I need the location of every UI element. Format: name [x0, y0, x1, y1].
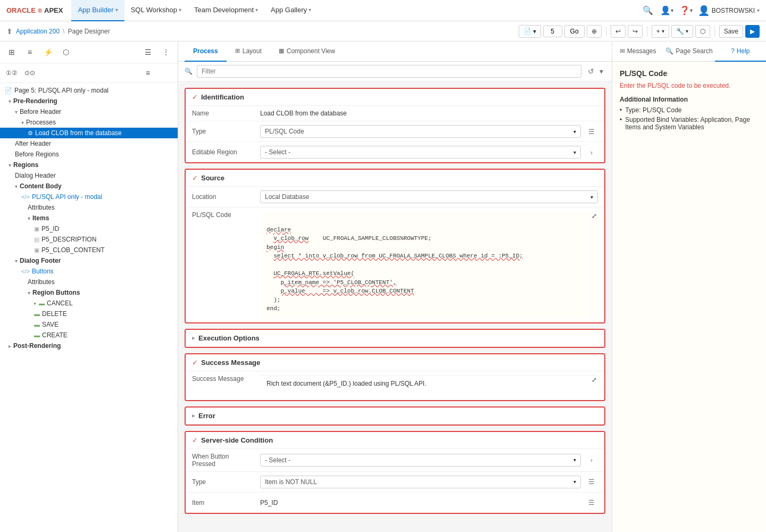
breadcrumb-separator: \ — [63, 28, 64, 35]
tree-before-header[interactable]: ▾ Before Header — [0, 106, 178, 117]
tree-after-header[interactable]: After Header — [0, 138, 178, 149]
tree-regions[interactable]: ▾ Regions — [0, 160, 178, 170]
tree-before-regions[interactable]: Before Regions — [0, 149, 178, 160]
p5-clob-icon: ▣ — [34, 247, 39, 254]
add-button[interactable]: + — [652, 25, 669, 38]
condition-type-select[interactable]: Item is NOT NULL — [260, 476, 581, 488]
tree-dialog-header[interactable]: Dialog Header — [0, 170, 178, 181]
tree-p5-desc[interactable]: ▤ P5_DESCRIPTION — [0, 234, 178, 245]
location-select[interactable]: Local Database — [260, 190, 598, 203]
tree-save-btn[interactable]: ▬ SAVE — [0, 319, 178, 330]
copy-page-button[interactable]: ⊕ — [587, 25, 602, 38]
tree-view-icon[interactable]: ☰ — [140, 45, 155, 60]
region-select[interactable]: - Select - — [260, 146, 581, 159]
success-msg-expand-btn[interactable]: ⤢ — [592, 376, 597, 384]
source-check-icon: ✓ — [192, 174, 198, 182]
tree-plsql-region[interactable]: </> PL/SQL API only - modal — [0, 192, 178, 202]
filter-tree-icon[interactable]: ≡ — [140, 65, 155, 80]
tree-attributes-1[interactable]: Attributes — [0, 202, 178, 213]
tree-region-buttons[interactable]: ▾ Region Buttons — [0, 287, 178, 298]
error-header[interactable]: ▸ Error — [186, 408, 604, 425]
tab-page-search[interactable]: 🔍 Page Search — [663, 41, 714, 62]
code-editor[interactable]: declare v_clob_row UC_FROALA_SAMPLE_CLOB… — [260, 211, 598, 319]
code-type: UC_FROALA_SAMPLE_CLOBS%ROWTYPE; — [323, 235, 432, 242]
bullet-list-icon[interactable]: ⊙⊙ — [22, 65, 37, 80]
code-expand-btn[interactable]: ⤢ — [592, 212, 597, 220]
run-button[interactable]: ▶ — [745, 25, 760, 38]
tab-layout[interactable]: ⊞ Layout — [227, 41, 270, 62]
identification-header[interactable]: ✓ Identification — [186, 89, 604, 106]
condition-type-menu[interactable]: ☰ — [585, 476, 598, 488]
tree-items[interactable]: ▾ Items — [0, 213, 178, 223]
filter-arrow-up[interactable]: ↺ — [586, 66, 596, 77]
grid-view-icon[interactable]: ⊞ — [4, 45, 19, 60]
condition-item-menu[interactable]: ☰ — [585, 496, 598, 509]
filter-arrow-down[interactable]: ▾ — [597, 66, 605, 77]
type-select[interactable]: PL/SQL Code — [260, 125, 581, 138]
go-button[interactable]: Go — [564, 25, 585, 38]
tab-process[interactable]: Process — [185, 41, 227, 62]
tree-p5-id[interactable]: ▣ P5_ID — [0, 223, 178, 234]
create-btn-label: CREATE — [42, 331, 68, 339]
toolbar-divider-1 — [606, 26, 606, 37]
chevron-icon[interactable] — [159, 65, 173, 80]
success-section: ✓ Success Message Success Message ⤢ Rich… — [185, 353, 605, 401]
page-number-input[interactable]: 5 — [543, 26, 562, 37]
page-selector-button[interactable]: 📄 — [519, 25, 541, 38]
name-label: Name — [192, 110, 256, 117]
cancel-btn-label: CANCEL — [47, 300, 73, 307]
type-menu-icon[interactable]: ☰ — [585, 125, 598, 138]
app-link[interactable]: Application 200 — [16, 28, 60, 35]
tree-dialog-footer[interactable]: ▾ Dialog Footer — [0, 255, 178, 266]
person-icon-button[interactable]: 👤▾ — [660, 3, 675, 18]
help-icon-button[interactable]: ❓▾ — [679, 3, 694, 18]
numbered-list-icon[interactable]: ①② — [4, 65, 19, 80]
tree-p5-clob[interactable]: ▣ P5_CLOB_CONTENT — [0, 245, 178, 255]
save-button[interactable]: Save — [719, 25, 743, 38]
success-header[interactable]: ✓ Success Message — [186, 354, 604, 371]
when-btn-select[interactable]: - Select - — [260, 454, 581, 467]
expand-all-icon[interactable]: ⋮ — [159, 45, 173, 60]
before-regions-label: Before Regions — [15, 151, 59, 158]
left-panel: ⊞ ≡ ⚡ ⬡ ☰ ⋮ ①② ⊙⊙ ≡ 📄 Page 5: PL/SQL API… — [0, 41, 178, 532]
tree-cancel-btn[interactable]: ▸ ▬ CANCEL — [0, 298, 178, 309]
tab-component-view[interactable]: ▦ Component View — [270, 41, 344, 62]
tree-pre-rendering[interactable]: ▾ Pre-Rendering — [0, 96, 178, 106]
tree-create-btn[interactable]: ▬ CREATE — [0, 330, 178, 340]
search-icon-button[interactable]: 🔍 — [640, 3, 655, 18]
filter-input[interactable] — [197, 65, 581, 78]
toolbar-divider-2 — [647, 26, 647, 37]
success-msg-label: Success Message — [192, 375, 256, 383]
nav-team-dev[interactable]: Team Development — [188, 0, 264, 21]
tree-load-clob[interactable]: ⚙ Load CLOB from the database — [0, 128, 178, 138]
lightning-icon[interactable]: ⚡ — [40, 45, 55, 60]
tree-buttons-region[interactable]: </> Buttons — [0, 266, 178, 277]
tools-button[interactable]: 🔧 — [671, 25, 693, 38]
redo-button[interactable]: ↪ — [628, 25, 643, 38]
tab-messages[interactable]: ✉ Messages — [612, 41, 663, 62]
nav-sql-workshop[interactable]: SQL Workshop — [124, 0, 188, 21]
user-menu[interactable]: 👤 BOSTROWSKI — [698, 5, 760, 16]
tree-page-node[interactable]: 📄 Page 5: PL/SQL API only - modal — [0, 85, 178, 96]
source-header[interactable]: ✓ Source — [186, 170, 604, 187]
condition-item-label: Item — [192, 499, 256, 506]
tree-attributes-2[interactable]: Attributes — [0, 277, 178, 287]
shared-comp-button[interactable]: ⬡ — [695, 25, 710, 38]
nav-app-gallery[interactable]: App Gallery — [264, 0, 318, 21]
when-btn-arrow[interactable]: › — [585, 454, 598, 467]
tree-content-body[interactable]: ▾ Content Body — [0, 181, 178, 192]
server-condition-header[interactable]: ✓ Server-side Condition — [186, 432, 604, 449]
tab-help[interactable]: ? Help — [715, 41, 766, 62]
tree-delete-btn[interactable]: ▬ DELETE — [0, 309, 178, 319]
share-icon[interactable]: ⬡ — [59, 45, 73, 60]
undo-button[interactable]: ↩ — [611, 25, 626, 38]
execution-header[interactable]: ▸ Execution Options — [186, 330, 604, 347]
content-body-chevron: ▾ — [15, 184, 18, 189]
processes-label: Processes — [26, 119, 56, 126]
condition-type-label: Type — [192, 478, 256, 486]
tree-processes[interactable]: ▾ Processes — [0, 117, 178, 128]
nav-app-builder[interactable]: App Builder — [71, 0, 124, 21]
tree-post-rendering[interactable]: ▸ Post-Rendering — [0, 340, 178, 351]
list-view-icon[interactable]: ≡ — [22, 45, 37, 60]
region-arrow-icon[interactable]: › — [585, 146, 598, 159]
